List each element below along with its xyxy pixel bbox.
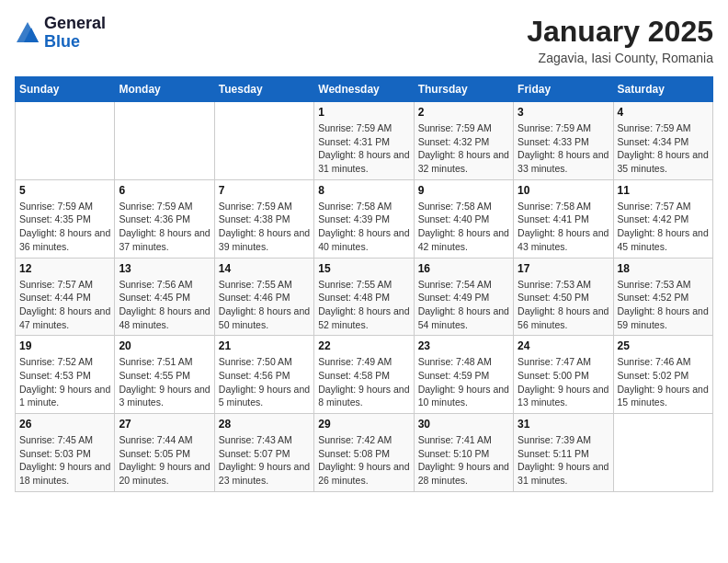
day-number: 6 [119,184,210,197]
day-info: Sunrise: 7:49 AMSunset: 4:58 PMDaylight:… [318,355,409,409]
day-info: Sunrise: 7:48 AMSunset: 4:59 PMDaylight:… [418,355,509,409]
calendar-cell: 11Sunrise: 7:57 AMSunset: 4:42 PMDayligh… [613,179,712,258]
logo: General Blue [15,15,106,52]
calendar-cell: 27Sunrise: 7:44 AMSunset: 5:05 PMDayligh… [115,414,214,492]
day-number: 7 [219,184,310,197]
calendar-cell: 15Sunrise: 7:55 AMSunset: 4:48 PMDayligh… [314,258,414,336]
calendar-cell: 3Sunrise: 7:59 AMSunset: 4:33 PMDaylight… [514,102,613,180]
calendar-cell: 4Sunrise: 7:59 AMSunset: 4:34 PMDaylight… [613,102,712,180]
calendar-cell: 7Sunrise: 7:59 AMSunset: 4:38 PMDaylight… [214,179,313,258]
calendar-cell: 21Sunrise: 7:50 AMSunset: 4:56 PMDayligh… [214,336,313,414]
header-day-friday: Friday [514,77,613,102]
day-info: Sunrise: 7:59 AMSunset: 4:38 PMDaylight:… [219,200,310,254]
day-number: 26 [19,418,110,431]
day-info: Sunrise: 7:55 AMSunset: 4:48 PMDaylight:… [318,278,409,332]
day-info: Sunrise: 7:53 AMSunset: 4:52 PMDaylight:… [618,278,709,332]
calendar-cell: 10Sunrise: 7:58 AMSunset: 4:41 PMDayligh… [514,179,613,258]
calendar-cell [214,102,313,180]
week-row-3: 12Sunrise: 7:57 AMSunset: 4:44 PMDayligh… [16,258,713,336]
calendar-cell: 5Sunrise: 7:59 AMSunset: 4:35 PMDaylight… [16,179,115,258]
day-info: Sunrise: 7:59 AMSunset: 4:35 PMDaylight:… [19,200,110,254]
header-day-monday: Monday [115,77,214,102]
logo-icon [15,20,40,46]
calendar-cell: 30Sunrise: 7:41 AMSunset: 5:10 PMDayligh… [414,414,513,492]
day-info: Sunrise: 7:59 AMSunset: 4:31 PMDaylight:… [318,121,409,176]
day-info: Sunrise: 7:57 AMSunset: 4:42 PMDaylight:… [618,200,709,254]
location: Zagavia, Iasi County, Romania [527,51,713,65]
day-info: Sunrise: 7:52 AMSunset: 4:53 PMDaylight:… [19,355,110,409]
day-number: 11 [618,184,709,197]
calendar-cell: 2Sunrise: 7:59 AMSunset: 4:32 PMDaylight… [414,102,513,180]
calendar-header: SundayMondayTuesdayWednesdayThursdayFrid… [16,77,713,102]
calendar-cell: 6Sunrise: 7:59 AMSunset: 4:36 PMDaylight… [115,179,214,258]
day-number: 27 [119,418,210,431]
title-block: January 2025 Zagavia, Iasi County, Roman… [527,15,713,65]
day-info: Sunrise: 7:50 AMSunset: 4:56 PMDaylight:… [219,355,310,409]
calendar-cell: 9Sunrise: 7:58 AMSunset: 4:40 PMDaylight… [414,179,513,258]
day-info: Sunrise: 7:58 AMSunset: 4:41 PMDaylight:… [518,200,609,254]
day-number: 21 [219,339,310,352]
day-info: Sunrise: 7:47 AMSunset: 5:00 PMDaylight:… [518,355,609,409]
calendar-cell: 16Sunrise: 7:54 AMSunset: 4:49 PMDayligh… [414,258,513,336]
day-number: 12 [19,262,110,275]
day-number: 9 [418,184,509,197]
day-info: Sunrise: 7:44 AMSunset: 5:05 PMDaylight:… [119,433,210,488]
week-row-4: 19Sunrise: 7:52 AMSunset: 4:53 PMDayligh… [16,336,713,414]
month-title: January 2025 [527,15,713,49]
day-number: 1 [318,106,409,119]
day-number: 30 [418,418,509,431]
day-number: 25 [618,339,709,352]
calendar-cell: 12Sunrise: 7:57 AMSunset: 4:44 PMDayligh… [16,258,115,336]
day-number: 8 [318,184,409,197]
day-info: Sunrise: 7:59 AMSunset: 4:34 PMDaylight:… [618,121,709,176]
page-header: General Blue January 2025 Zagavia, Iasi … [15,15,713,65]
day-info: Sunrise: 7:56 AMSunset: 4:45 PMDaylight:… [119,278,210,332]
day-info: Sunrise: 7:59 AMSunset: 4:36 PMDaylight:… [119,200,210,254]
day-number: 3 [518,106,609,119]
day-info: Sunrise: 7:45 AMSunset: 5:03 PMDaylight:… [19,433,110,488]
day-number: 24 [518,339,609,352]
week-row-1: 1Sunrise: 7:59 AMSunset: 4:31 PMDaylight… [16,102,713,180]
calendar-cell [16,102,115,180]
header-day-wednesday: Wednesday [314,77,414,102]
calendar-cell: 14Sunrise: 7:55 AMSunset: 4:46 PMDayligh… [214,258,313,336]
logo-blue: Blue [44,32,80,51]
calendar-cell: 24Sunrise: 7:47 AMSunset: 5:00 PMDayligh… [514,336,613,414]
calendar-cell: 18Sunrise: 7:53 AMSunset: 4:52 PMDayligh… [613,258,712,336]
calendar-cell [115,102,214,180]
day-number: 28 [219,418,310,431]
day-number: 23 [418,339,509,352]
header-day-thursday: Thursday [414,77,513,102]
logo-text: General Blue [44,15,106,52]
calendar-cell: 22Sunrise: 7:49 AMSunset: 4:58 PMDayligh… [314,336,414,414]
calendar-cell [613,414,712,492]
day-info: Sunrise: 7:59 AMSunset: 4:33 PMDaylight:… [518,121,609,176]
calendar-cell: 25Sunrise: 7:46 AMSunset: 5:02 PMDayligh… [613,336,712,414]
calendar-cell: 20Sunrise: 7:51 AMSunset: 4:55 PMDayligh… [115,336,214,414]
header-row: SundayMondayTuesdayWednesdayThursdayFrid… [16,77,713,102]
day-number: 4 [618,106,709,119]
day-info: Sunrise: 7:58 AMSunset: 4:40 PMDaylight:… [418,200,509,254]
day-number: 20 [119,339,210,352]
day-info: Sunrise: 7:42 AMSunset: 5:08 PMDaylight:… [318,433,409,488]
calendar-cell: 17Sunrise: 7:53 AMSunset: 4:50 PMDayligh… [514,258,613,336]
calendar-cell: 19Sunrise: 7:52 AMSunset: 4:53 PMDayligh… [16,336,115,414]
calendar-table: SundayMondayTuesdayWednesdayThursdayFrid… [15,76,713,492]
day-number: 31 [518,418,609,431]
header-day-sunday: Sunday [16,77,115,102]
week-row-2: 5Sunrise: 7:59 AMSunset: 4:35 PMDaylight… [16,179,713,258]
day-number: 15 [318,262,409,275]
calendar-cell: 29Sunrise: 7:42 AMSunset: 5:08 PMDayligh… [314,414,414,492]
day-number: 13 [119,262,210,275]
day-number: 5 [19,184,110,197]
day-number: 17 [518,262,609,275]
day-info: Sunrise: 7:39 AMSunset: 5:11 PMDaylight:… [518,433,609,488]
calendar-cell: 26Sunrise: 7:45 AMSunset: 5:03 PMDayligh… [16,414,115,492]
calendar-cell: 13Sunrise: 7:56 AMSunset: 4:45 PMDayligh… [115,258,214,336]
calendar-cell: 8Sunrise: 7:58 AMSunset: 4:39 PMDaylight… [314,179,414,258]
day-number: 18 [618,262,709,275]
day-number: 16 [418,262,509,275]
header-day-tuesday: Tuesday [214,77,313,102]
day-info: Sunrise: 7:57 AMSunset: 4:44 PMDaylight:… [19,278,110,332]
day-info: Sunrise: 7:59 AMSunset: 4:32 PMDaylight:… [418,121,509,176]
